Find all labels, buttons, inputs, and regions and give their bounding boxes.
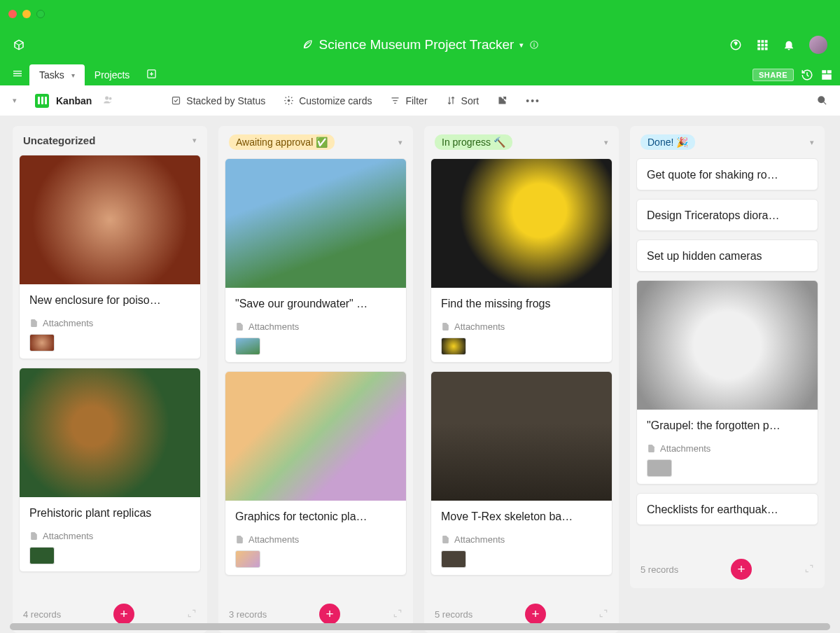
attachment-thumb[interactable]: [441, 338, 466, 355]
svg-rect-8: [757, 48, 760, 50]
tab-label: Projects: [94, 69, 130, 81]
sort-button[interactable]: Sort: [446, 95, 479, 106]
history-icon[interactable]: [801, 69, 813, 81]
card-title: Graphics for tectonic pla…: [235, 510, 396, 523]
info-icon[interactable]: [529, 40, 539, 50]
card[interactable]: Move T-Rex skeleton ba… Attachments: [430, 371, 612, 576]
tab-projects[interactable]: Projects: [85, 64, 140, 85]
card-list[interactable]: Get quote for shaking ro… Design Tricera…: [636, 158, 818, 552]
add-card-button[interactable]: +: [113, 604, 134, 625]
view-switcher[interactable]: Kanban: [35, 94, 113, 108]
record-count: 4 records: [23, 609, 61, 620]
card-title: Find the missing frogs: [441, 298, 602, 310]
user-avatar[interactable]: [809, 36, 827, 54]
card-list[interactable]: New enclosure for poiso… Attachments Pre…: [19, 155, 201, 597]
attachment-thumb[interactable]: [235, 550, 260, 568]
help-icon[interactable]: [729, 39, 742, 51]
card-image: [431, 159, 612, 288]
card-image: [431, 372, 612, 501]
minimize-window-button[interactable]: [22, 10, 31, 18]
svg-rect-12: [822, 70, 826, 74]
card[interactable]: New enclosure for poiso… Attachments: [19, 155, 201, 359]
add-card-button[interactable]: +: [731, 559, 752, 580]
card[interactable]: "Graupel: the forgotten p… Attachments: [636, 280, 818, 485]
add-tab-button[interactable]: [139, 62, 163, 85]
column-menu-icon[interactable]: ▾: [398, 138, 402, 147]
expand-icon[interactable]: [393, 608, 402, 620]
card[interactable]: "Save our groundwater" … Attachments: [225, 158, 407, 363]
svg-point-19: [818, 97, 825, 103]
card-title: Set up hidden cameras: [647, 250, 808, 263]
search-button[interactable]: [817, 95, 827, 106]
share-button[interactable]: SHARE: [752, 69, 794, 81]
column-menu-icon[interactable]: ▾: [192, 136, 197, 145]
column-menu-icon[interactable]: ▾: [604, 138, 608, 147]
bell-icon[interactable]: [783, 39, 795, 51]
card-list[interactable]: "Save our groundwater" … Attachments Gra…: [225, 158, 407, 597]
svg-rect-6: [762, 44, 764, 47]
tab-bar: Tasks ▾ Projects SHARE: [0, 62, 840, 85]
stacked-by-button[interactable]: Stacked by Status: [171, 95, 265, 106]
workspace-title[interactable]: Science Museum Project Tracker ▾: [301, 37, 540, 53]
expand-icon[interactable]: [804, 564, 814, 576]
chevron-down-icon: ▾: [519, 41, 524, 50]
attachment-thumb[interactable]: [235, 338, 260, 355]
view-toolbar: ▾ Kanban Stacked by Status Customize car…: [0, 85, 840, 116]
card-image: [637, 281, 818, 410]
card[interactable]: Checklists for earthquak…: [636, 493, 818, 525]
add-card-button[interactable]: +: [525, 604, 546, 625]
record-count: 5 records: [435, 609, 472, 620]
card[interactable]: Find the missing frogs Attachments: [430, 158, 612, 363]
svg-point-15: [105, 96, 108, 99]
customize-cards-button[interactable]: Customize cards: [284, 95, 372, 106]
views-dropdown-icon[interactable]: ▾: [13, 96, 17, 105]
open-external-button[interactable]: [497, 95, 507, 106]
expand-icon[interactable]: [598, 608, 608, 620]
card[interactable]: Get quote for shaking ro…: [636, 158, 818, 190]
expand-icon[interactable]: [187, 608, 197, 620]
blocks-icon[interactable]: [820, 69, 833, 81]
close-window-button[interactable]: [8, 10, 17, 18]
tab-label: Tasks: [39, 69, 64, 81]
window-titlebar: [0, 0, 840, 28]
attachment-thumb[interactable]: [441, 550, 466, 568]
card-image: [225, 159, 406, 288]
stacked-by-label: Stacked by Status: [186, 95, 265, 106]
workspace-title-text: Science Museum Project Tracker: [319, 37, 514, 53]
attachment-thumb[interactable]: [29, 547, 55, 564]
card[interactable]: Prehistoric plant replicas Attachments: [19, 368, 201, 572]
card-image: [20, 368, 200, 497]
attachment-thumb[interactable]: [29, 334, 55, 352]
column-menu-icon[interactable]: ▾: [810, 138, 814, 147]
card[interactable]: Set up hidden cameras: [636, 239, 818, 272]
card-list[interactable]: Find the missing frogs Attachments Move …: [430, 158, 612, 597]
svg-rect-13: [827, 70, 832, 74]
attachment-thumb[interactable]: [647, 459, 672, 477]
svg-point-16: [109, 97, 112, 99]
svg-rect-14: [822, 74, 832, 80]
add-card-button[interactable]: +: [319, 604, 340, 625]
attachments-label: Attachments: [235, 534, 396, 545]
apps-grid-icon[interactable]: [756, 39, 769, 51]
card[interactable]: Graphics for tectonic pla… Attachments: [225, 371, 407, 576]
attachments-label: Attachments: [647, 443, 808, 454]
zoom-window-button[interactable]: [36, 10, 45, 18]
column-done: Done! 🎉 ▾ Get quote for shaking ro… Desi…: [630, 126, 825, 588]
attachments-label: Attachments: [29, 531, 190, 541]
more-options-button[interactable]: •••: [526, 95, 540, 106]
menu-button[interactable]: [6, 62, 29, 85]
horizontal-scrollbar[interactable]: [10, 623, 830, 630]
card[interactable]: Design Triceratops diora…: [636, 199, 818, 231]
tab-tasks[interactable]: Tasks ▾: [29, 64, 85, 85]
svg-rect-17: [173, 97, 180, 104]
svg-rect-2: [757, 40, 760, 43]
svg-rect-5: [757, 44, 760, 47]
card-title: Checklists for earthquak…: [647, 503, 808, 516]
customize-label: Customize cards: [299, 95, 372, 106]
filter-button[interactable]: Filter: [390, 95, 427, 106]
svg-point-18: [288, 99, 290, 102]
view-name: Kanban: [56, 95, 92, 106]
card-image: [20, 155, 200, 284]
traffic-lights: [8, 10, 45, 18]
card-title: Move T-Rex skeleton ba…: [441, 510, 602, 523]
